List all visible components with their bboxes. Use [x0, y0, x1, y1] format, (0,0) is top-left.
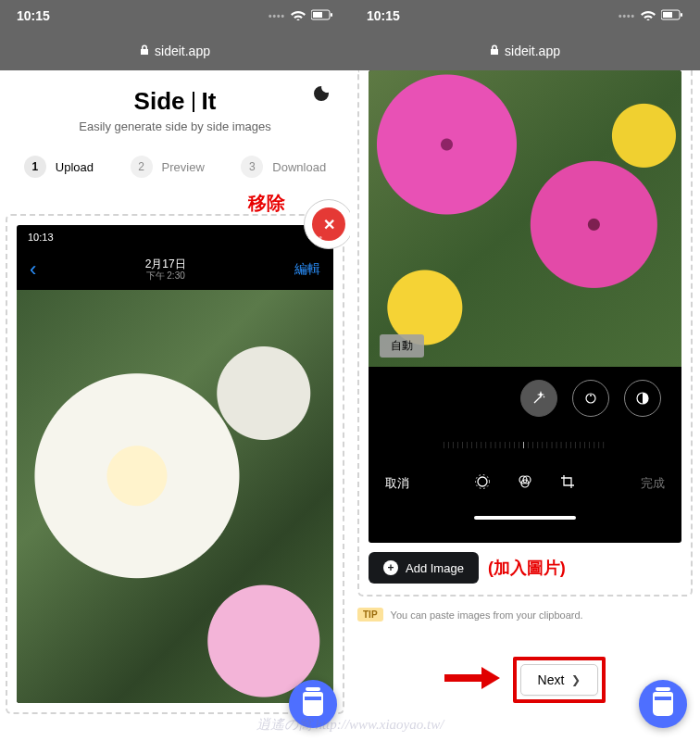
- edit-link: 編輯: [294, 261, 320, 278]
- status-time: 10:15: [17, 8, 50, 23]
- url-text: sideit.app: [155, 44, 210, 58]
- step-download[interactable]: 3 Download: [241, 156, 326, 178]
- dark-mode-toggle[interactable]: [313, 85, 330, 107]
- next-label: Next: [538, 672, 565, 687]
- status-right: ••••: [619, 8, 683, 23]
- step-preview[interactable]: 2 Preview: [131, 156, 205, 178]
- edit-tool-row: [369, 367, 681, 430]
- steps-row: 1 Upload 2 Preview 3 Download: [0, 156, 350, 178]
- uploaded-image-preview: 10:13 •••• ‹ 2月17日 下午 2:30 編輯: [17, 225, 333, 703]
- magic-wand-icon: [520, 380, 557, 417]
- donate-button[interactable]: [289, 680, 337, 728]
- filters-icon: [517, 473, 533, 494]
- right-phone-screenshot: 10:15 •••• sideit.app 自動: [350, 0, 700, 741]
- lock-icon: [490, 44, 499, 57]
- tip-badge: TIP: [357, 608, 383, 622]
- step-label: Preview: [162, 160, 205, 174]
- inner-status-icons: ••••: [308, 232, 322, 243]
- signal-dots-icon: ••••: [269, 11, 285, 21]
- back-icon: ‹: [30, 257, 36, 282]
- add-image-label: Add Image: [406, 561, 464, 575]
- coffee-cup-icon: [303, 692, 323, 716]
- upload-dropzone[interactable]: 自動 |||||||||||||||||||||||||||||||||||: [357, 70, 693, 597]
- svg-point-7: [590, 395, 592, 396]
- url-text: sideit.app: [505, 44, 560, 58]
- inner-date: 2月17日 下午 2:30: [145, 257, 186, 282]
- plus-icon: +: [383, 560, 398, 575]
- exposure-icon: [572, 380, 609, 417]
- tip-text: You can paste images from your clipboard…: [391, 609, 583, 621]
- signal-dots-icon: ••••: [619, 11, 635, 21]
- step-label: Upload: [56, 160, 94, 174]
- svg-point-9: [478, 477, 487, 486]
- annotation-add-image: (加入圖片): [488, 557, 566, 579]
- step-label: Download: [272, 160, 326, 174]
- right-page-content: 自動 |||||||||||||||||||||||||||||||||||: [350, 70, 700, 703]
- app-title: SideIt: [134, 87, 217, 116]
- coffee-cup-icon: [653, 692, 673, 716]
- auto-badge: 自動: [380, 334, 424, 358]
- lock-icon: [140, 44, 149, 57]
- left-page-content: SideIt Easily generate side by side imag…: [0, 70, 350, 714]
- app-subtitle: Easily generate side by side images: [0, 119, 350, 133]
- cancel-label: 取消: [385, 475, 409, 492]
- url-bar: sideit.app: [350, 31, 700, 70]
- wifi-icon: [641, 8, 656, 23]
- edit-mode-icons: [474, 473, 576, 494]
- tip-row: TIP You can paste images from your clipb…: [357, 608, 693, 622]
- url-bar: sideit.app: [0, 31, 350, 70]
- annotation-remove: 移除: [0, 191, 350, 216]
- inner-status-bar: 10:13 ••••: [17, 225, 333, 249]
- svg-rect-5: [681, 13, 682, 17]
- annotation-arrow-icon: [444, 660, 500, 699]
- upload-dropzone[interactable]: ✕ 10:13 •••• ‹ 2月17日 下午 2:30 編輯: [6, 214, 344, 714]
- annotation-highlight-box: Next ❯: [513, 657, 606, 703]
- inner-photo-header: ‹ 2月17日 下午 2:30 編輯: [17, 249, 333, 290]
- battery-icon: [661, 8, 683, 23]
- wifi-icon: [291, 8, 306, 23]
- status-bar: 10:15 ••••: [350, 0, 700, 31]
- done-label: 完成: [641, 475, 665, 492]
- svg-rect-2: [331, 13, 332, 17]
- home-indicator: [369, 509, 681, 526]
- adjust-icon: [474, 473, 491, 494]
- svg-rect-1: [313, 12, 322, 18]
- left-phone-screenshot: 10:15 •••• sideit.app SideIt Easily gene…: [0, 0, 350, 741]
- uploaded-image-preview: 自動 |||||||||||||||||||||||||||||||||||: [369, 70, 681, 543]
- add-image-button[interactable]: + Add Image: [369, 552, 479, 584]
- donate-button[interactable]: [639, 680, 687, 728]
- contrast-icon: [624, 380, 661, 417]
- status-right: ••••: [269, 8, 333, 23]
- next-button[interactable]: Next ❯: [520, 664, 599, 696]
- status-bar: 10:15 ••••: [0, 0, 350, 31]
- status-time: 10:15: [367, 8, 400, 23]
- step-upload[interactable]: 1 Upload: [24, 156, 94, 178]
- adjustment-slider: |||||||||||||||||||||||||||||||||||: [369, 430, 681, 458]
- inner-photo-content: 自動: [369, 70, 681, 367]
- edit-bottom-bar: 取消 完成: [369, 458, 681, 509]
- chevron-right-icon: ❯: [571, 673, 581, 686]
- inner-photo-content: [17, 290, 333, 703]
- battery-icon: [311, 8, 333, 23]
- svg-rect-4: [663, 12, 672, 18]
- crop-icon: [559, 473, 576, 494]
